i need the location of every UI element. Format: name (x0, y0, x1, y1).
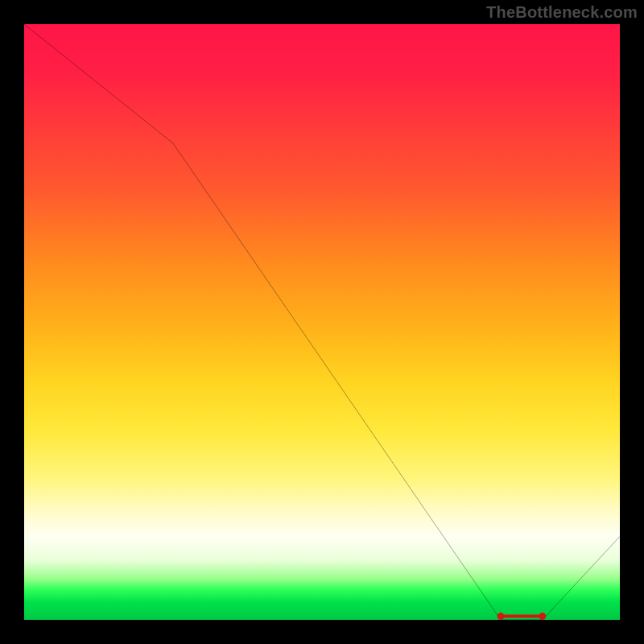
optimal-range-end-dot (539, 613, 546, 620)
plot-area (24, 24, 620, 620)
watermark-text: TheBottleneck.com (486, 3, 638, 22)
optimal-range-start-dot (497, 613, 505, 620)
bottleneck-curve-line (24, 24, 620, 620)
chart-svg (24, 24, 620, 620)
chart-container: TheBottleneck.com (0, 0, 644, 644)
